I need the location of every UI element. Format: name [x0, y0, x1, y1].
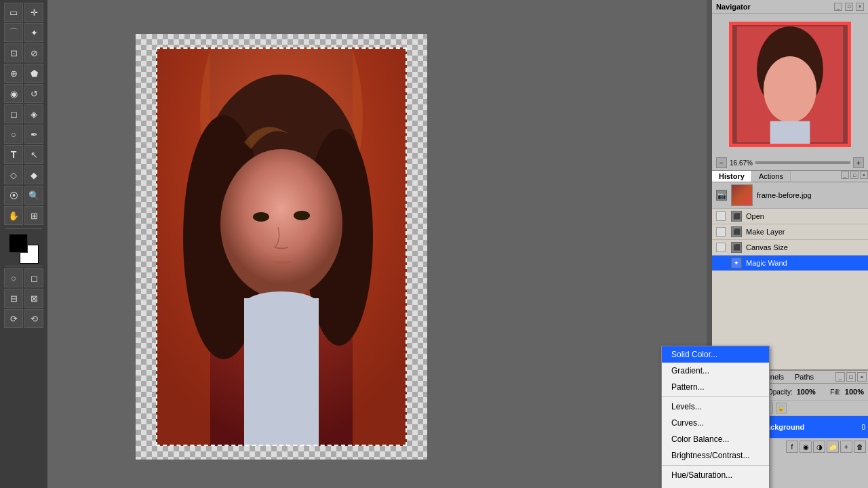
photo-image: [156, 47, 407, 446]
zoom-in-btn[interactable]: +: [853, 157, 864, 168]
lock-all-btn[interactable]: 🔒: [776, 403, 787, 413]
new-layer-btn[interactable]: +: [840, 441, 852, 453]
color-swatch[interactable]: [9, 234, 39, 264]
tool-path-select[interactable]: ↖: [24, 145, 43, 164]
zoom-level-label: 16.67%: [730, 159, 753, 167]
tool-eraser[interactable]: ◻: [4, 104, 23, 123]
layers-expand-btn[interactable]: □: [846, 372, 856, 382]
navigator-header: Navigator _ □ ×: [712, 0, 868, 14]
tool-move[interactable]: ✛: [24, 3, 43, 22]
tool-shapes2[interactable]: ◆: [24, 165, 43, 184]
tool-quick-mask[interactable]: ○: [4, 268, 23, 287]
context-sep-2: [662, 465, 769, 466]
foreground-color[interactable]: [9, 234, 28, 253]
fill-value: 100%: [845, 388, 864, 396]
tool-3d1[interactable]: ⟳: [4, 309, 23, 328]
history-source-thumb: [731, 184, 753, 206]
layer-name-label: Background: [761, 423, 859, 431]
tool-lasso[interactable]: ⌒: [4, 23, 23, 42]
history-label-make-layer: Make Layer: [746, 228, 785, 236]
history-label-open: Open: [746, 212, 764, 220]
tool-3d2[interactable]: ⟲: [24, 309, 43, 328]
tool-zoom2[interactable]: ⊞: [24, 206, 43, 225]
canvas-area[interactable]: [47, 0, 707, 488]
context-item-brightness-contrast[interactable]: Brightness/Contrast...: [662, 447, 769, 464]
tool-zoom[interactable]: 🔍: [24, 186, 43, 205]
context-item-selective-color[interactable]: Selective Color...: [662, 483, 769, 488]
tool-standard-mode[interactable]: ◻: [24, 268, 43, 287]
layers-panel-controls: _ □ ×: [819, 371, 868, 383]
context-item-solid-color[interactable]: Solid Color...: [662, 346, 769, 363]
history-close-btn[interactable]: ×: [860, 171, 868, 179]
tool-screen-mode[interactable]: ⊟: [4, 289, 23, 308]
tool-slice[interactable]: ⊘: [24, 43, 43, 62]
new-adj-layer-btn[interactable]: ◑: [813, 441, 825, 453]
svg-point-7: [220, 149, 342, 298]
context-item-curves[interactable]: Curves...: [662, 415, 769, 431]
opacity-value: 100%: [797, 388, 816, 396]
navigator-thumbnail: [729, 22, 851, 147]
history-item-magic-wand[interactable]: ✦ Magic Wand: [712, 256, 868, 271]
tool-shapes[interactable]: ◇: [4, 165, 23, 184]
toolbar-divider2: [5, 266, 42, 266]
zoom-slider[interactable]: [755, 161, 850, 164]
navigator-panel: Navigator _ □ ×: [712, 0, 868, 171]
tool-pen[interactable]: ✒: [24, 125, 43, 144]
add-style-btn[interactable]: f: [786, 441, 798, 453]
context-item-levels[interactable]: Levels...: [662, 399, 769, 415]
history-expand-btn[interactable]: □: [850, 171, 859, 179]
context-menu: Solid Color... Gradient... Pattern... Le…: [661, 346, 770, 488]
add-mask-btn[interactable]: ◉: [800, 441, 812, 453]
history-icon-magic-wand: ✦: [731, 258, 742, 268]
context-item-pattern[interactable]: Pattern...: [662, 379, 769, 395]
history-check-open: [716, 211, 726, 221]
image-canvas: [136, 34, 427, 460]
zoom-out-btn[interactable]: −: [716, 157, 727, 168]
history-item-open[interactable]: ⬛ Open: [712, 209, 868, 224]
svg-rect-10: [244, 298, 319, 446]
history-source-row: 📷 frame-before.jpg: [712, 182, 868, 209]
toolbar: ▭ ✛ ⌒ ✦ ⊡ ⊘ ⊕ ⬟ ◉ ↺ ◻ ◈ ○ ✒ T ↖: [0, 0, 47, 488]
tool-fullscreen[interactable]: ⊠: [24, 289, 43, 308]
navigator-close-btn[interactable]: ×: [856, 3, 864, 11]
svg-point-11: [244, 291, 319, 319]
layers-minimize-btn[interactable]: _: [835, 372, 845, 382]
history-item-make-layer[interactable]: ⬛ Make Layer: [712, 224, 868, 240]
fill-label: Fill:: [830, 388, 841, 396]
photo-svg: [156, 47, 407, 446]
tool-dodge[interactable]: ○: [4, 125, 23, 144]
tab-paths[interactable]: Paths: [789, 371, 819, 382]
navigator-expand-btn[interactable]: □: [845, 3, 853, 11]
tool-magic-wand[interactable]: ✦: [24, 23, 43, 42]
tab-actions[interactable]: Actions: [752, 171, 791, 182]
tool-eyedropper[interactable]: ⦿: [4, 186, 23, 205]
tool-crop[interactable]: ⊡: [4, 43, 23, 62]
tab-history[interactable]: History: [712, 171, 752, 182]
tool-hand[interactable]: ✋: [4, 206, 23, 225]
photo-frame: [156, 47, 407, 446]
nav-view-rect: [730, 23, 850, 146]
delete-layer-btn[interactable]: 🗑: [854, 441, 866, 453]
svg-point-9: [294, 211, 310, 220]
history-check-canvas-size: [716, 243, 726, 252]
layers-close-btn[interactable]: ×: [857, 372, 867, 382]
navigator-minimize-btn[interactable]: _: [834, 3, 842, 11]
tool-brush[interactable]: ⬟: [24, 64, 43, 83]
context-item-gradient[interactable]: Gradient...: [662, 363, 769, 379]
history-label-magic-wand: Magic Wand: [746, 259, 787, 267]
history-minimize-btn[interactable]: _: [841, 171, 849, 179]
tool-type[interactable]: T: [4, 145, 23, 164]
context-sep-1: [662, 396, 769, 397]
context-item-color-balance[interactable]: Color Balance...: [662, 431, 769, 447]
history-icon-make-layer: ⬛: [731, 226, 742, 237]
layer-number: 0: [861, 424, 865, 431]
new-group-btn[interactable]: 📁: [827, 441, 839, 453]
tool-stamp[interactable]: ◉: [4, 84, 23, 103]
history-icon-canvas-size: ⬛: [731, 242, 742, 253]
context-item-hue-saturation[interactable]: Hue/Saturation...: [662, 467, 769, 483]
tool-history-brush[interactable]: ↺: [24, 84, 43, 103]
history-item-canvas-size[interactable]: ⬛ Canvas Size: [712, 240, 868, 256]
tool-healing[interactable]: ⊕: [4, 64, 23, 83]
tool-marquee-rect[interactable]: ▭: [4, 3, 23, 22]
tool-gradient[interactable]: ◈: [24, 104, 43, 123]
